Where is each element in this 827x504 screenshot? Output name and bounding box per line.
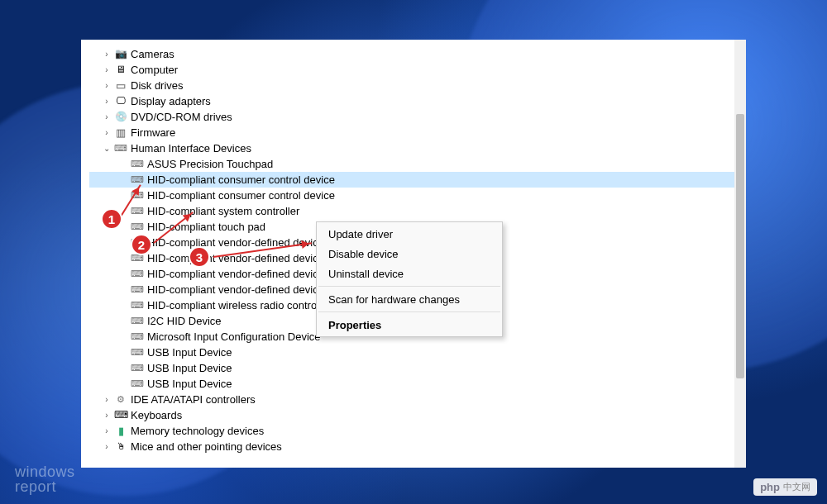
- hid-icon: [131, 346, 144, 359]
- menu-separator: [318, 286, 500, 287]
- chevron-down-icon[interactable]: ⌄: [101, 140, 112, 156]
- disk-icon: [114, 79, 127, 93]
- tree-item-hid[interactable]: USB Input Device: [89, 345, 741, 360]
- dvd-icon: [114, 111, 127, 124]
- tree-category-hid[interactable]: ⌄ Human Interface Devices: [89, 140, 741, 156]
- category-label: Display adapters: [131, 93, 211, 109]
- hid-icon: [131, 252, 144, 265]
- hid-icon: [131, 189, 144, 202]
- tree-category-computer[interactable]: › Computer: [89, 62, 741, 78]
- tree-category-firmware[interactable]: › Firmware: [89, 125, 741, 140]
- device-label: HID-compliant wireless radio controls: [147, 297, 325, 313]
- category-label: DVD/CD-ROM drives: [131, 109, 232, 125]
- tree-item-hid[interactable]: USB Input Device: [89, 360, 741, 376]
- category-label: Mice and other pointing devices: [131, 439, 282, 454]
- tree-category-cameras[interactable]: › Cameras: [89, 46, 741, 62]
- menu-label: Uninstall device: [328, 268, 404, 280]
- tree-item-hid[interactable]: HID-compliant consumer control device: [89, 188, 741, 203]
- vertical-scrollbar[interactable]: [734, 40, 746, 468]
- device-label: HID-compliant system controller: [147, 203, 299, 219]
- device-label: HID-compliant consumer control device: [147, 188, 335, 203]
- tree-category-display-adapters[interactable]: › Display adapters: [89, 93, 741, 109]
- menu-item-properties[interactable]: Properties: [317, 315, 502, 335]
- category-label: Computer: [131, 62, 178, 78]
- menu-label: Properties: [328, 319, 381, 331]
- watermark-windows-report: windows report: [15, 464, 75, 494]
- tree-item-hid[interactable]: USB Input Device: [89, 376, 741, 392]
- category-label: Cameras: [131, 46, 174, 62]
- category-label: Disk drives: [131, 78, 184, 93]
- tree-item-hid[interactable]: HID-compliant system controller: [89, 203, 741, 219]
- chevron-right-icon[interactable]: ›: [101, 46, 112, 62]
- display-icon: [114, 95, 127, 108]
- category-label: IDE ATA/ATAPI controllers: [131, 392, 256, 407]
- chevron-right-icon[interactable]: ›: [101, 423, 112, 439]
- chevron-right-icon[interactable]: ›: [101, 93, 112, 109]
- device-label: USB Input Device: [147, 376, 232, 392]
- hid-icon: [131, 330, 144, 344]
- chevron-right-icon[interactable]: ›: [101, 62, 112, 78]
- hid-icon: [131, 378, 144, 391]
- device-label: ASUS Precision Touchpad: [147, 156, 273, 172]
- hid-icon: [131, 158, 144, 171]
- tree-item-hid[interactable]: ASUS Precision Touchpad: [89, 156, 741, 172]
- chevron-right-icon[interactable]: ›: [101, 392, 112, 407]
- keyboard-icon: [114, 409, 127, 422]
- chevron-right-icon[interactable]: ›: [101, 439, 112, 454]
- hid-icon: [131, 299, 144, 312]
- menu-label: Update driver: [328, 228, 393, 240]
- menu-item-scan-hardware[interactable]: Scan for hardware changes: [317, 289, 502, 309]
- hid-icon: [131, 174, 144, 187]
- category-label: Firmware: [131, 125, 175, 140]
- menu-item-uninstall-device[interactable]: Uninstall device: [317, 264, 502, 283]
- menu-separator: [318, 311, 500, 312]
- watermark-php: php: [760, 481, 780, 493]
- tree-category-keyboards[interactable]: › Keyboards: [89, 407, 741, 423]
- chevron-right-icon[interactable]: ›: [101, 78, 112, 93]
- tree-category-dvd[interactable]: › DVD/CD-ROM drives: [89, 109, 741, 125]
- firmware-icon: [114, 126, 127, 140]
- watermark-line1: windows: [15, 464, 75, 479]
- hid-icon: [131, 205, 144, 218]
- chevron-right-icon[interactable]: ›: [101, 109, 112, 125]
- device-label: HID-compliant vendor-defined device: [147, 282, 324, 297]
- menu-item-update-driver[interactable]: Update driver: [317, 224, 502, 244]
- hid-icon: [131, 315, 144, 328]
- watermark-line2: report: [15, 479, 75, 494]
- ide-icon: [114, 393, 127, 407]
- watermark-php-cn: php 中文网: [753, 478, 817, 496]
- hid-icon: [114, 142, 127, 155]
- hid-icon: [131, 236, 144, 250]
- tree-category-memory[interactable]: › Memory technology devices: [89, 423, 741, 439]
- scrollbar-thumb[interactable]: [736, 114, 744, 378]
- tree-item-hid-selected[interactable]: HID-compliant consumer control device: [89, 172, 741, 188]
- category-label: Human Interface Devices: [131, 140, 251, 156]
- hid-icon: [131, 283, 144, 297]
- device-label: HID-compliant vendor-defined device: [147, 266, 324, 282]
- menu-label: Disable device: [328, 248, 399, 260]
- device-label: HID-compliant vendor-defined device: [147, 250, 324, 266]
- chevron-right-icon[interactable]: ›: [101, 407, 112, 423]
- device-label: HID-compliant touch pad: [147, 219, 265, 235]
- hid-icon: [131, 362, 144, 375]
- device-label: USB Input Device: [147, 360, 232, 376]
- hid-icon: [131, 268, 144, 281]
- device-label: HID-compliant consumer control device: [147, 172, 335, 188]
- menu-label: Scan for hardware changes: [328, 293, 460, 306]
- memory-icon: [114, 425, 127, 438]
- camera-icon: [114, 48, 127, 61]
- context-menu: Update driver Disable device Uninstall d…: [316, 221, 503, 337]
- tree-category-disk-drives[interactable]: › Disk drives: [89, 78, 741, 93]
- category-label: Keyboards: [131, 407, 182, 423]
- menu-item-disable-device[interactable]: Disable device: [317, 244, 502, 264]
- device-label: I2C HID Device: [147, 313, 222, 329]
- hid-icon: [131, 221, 144, 234]
- chevron-right-icon[interactable]: ›: [101, 125, 112, 140]
- tree-category-mice[interactable]: › Mice and other pointing devices: [89, 439, 741, 454]
- watermark-cn: 中文网: [783, 481, 810, 493]
- tree-category-ide[interactable]: › IDE ATA/ATAPI controllers: [89, 392, 741, 407]
- device-label: Microsoft Input Configuration Device: [147, 329, 321, 345]
- mouse-icon: [114, 440, 127, 454]
- computer-icon: [114, 64, 127, 77]
- device-label: HID-compliant vendor-defined device: [147, 235, 324, 250]
